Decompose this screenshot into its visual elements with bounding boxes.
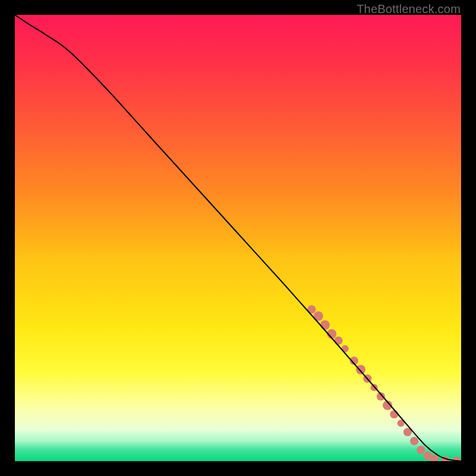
markers-group bbox=[308, 305, 461, 461]
plot-area bbox=[15, 15, 461, 461]
curve-layer bbox=[15, 15, 461, 461]
data-marker bbox=[417, 446, 425, 454]
data-marker bbox=[334, 337, 343, 345]
watermark-text: TheBottleneck.com bbox=[356, 2, 461, 16]
main-curve bbox=[15, 15, 461, 461]
data-marker bbox=[356, 365, 365, 374]
data-marker bbox=[320, 320, 330, 330]
data-marker bbox=[410, 437, 418, 445]
data-marker bbox=[390, 410, 399, 418]
chart-frame: TheBottleneck.com bbox=[0, 0, 476, 476]
